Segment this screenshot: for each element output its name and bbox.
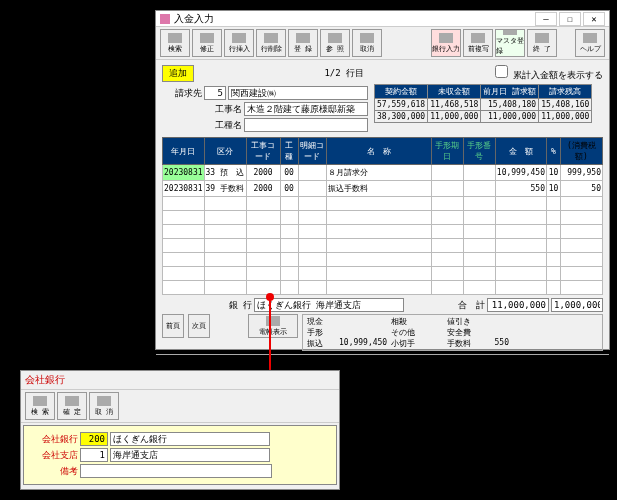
popup-search-button[interactable]: 検 索 — [25, 392, 55, 420]
table-row[interactable] — [163, 239, 603, 253]
table-row[interactable]: 2023083133 預 込200000８月請求分10,999,45010999… — [163, 165, 603, 181]
table-row[interactable] — [163, 281, 603, 295]
branch-name-input[interactable] — [110, 448, 270, 462]
table-row[interactable]: 2023083139 手数料200000振込手数料5501050 — [163, 181, 603, 197]
bank-code-label: 会社銀行 — [28, 433, 78, 446]
prev-page-button[interactable]: 前頁 — [162, 314, 184, 338]
branch-code-label: 会社支店 — [28, 449, 78, 462]
insert-icon — [232, 33, 246, 43]
cumulative-check[interactable]: 累計入金額を表示する — [495, 65, 603, 82]
callout-line — [269, 300, 271, 372]
table-row[interactable] — [163, 211, 603, 225]
search-icon — [168, 33, 182, 43]
next-page-button[interactable]: 次頁 — [188, 314, 210, 338]
remark-label: 備考 — [28, 465, 78, 478]
titlebar: 入金入力 — ☐ ✕ — [156, 11, 609, 27]
ref-icon — [328, 33, 342, 43]
row-counter: 1/2 行目 — [196, 67, 493, 80]
help-icon — [583, 33, 597, 43]
remark-input[interactable] — [80, 464, 272, 478]
summary-table: 契約金額未収金額前月日 請求額請求残高 57,559,61811,468,518… — [374, 84, 592, 123]
total-label: 合 計 — [458, 299, 485, 312]
cancel-icon — [360, 33, 374, 43]
exit-button[interactable]: 終 了 — [527, 29, 557, 57]
master-icon — [503, 30, 517, 35]
main-window: 入金入力 — ☐ ✕ 検索 修正 行挿入 行削除 登 録 参 照 取消 銀行入力… — [155, 10, 610, 350]
max-button[interactable]: ☐ — [559, 12, 581, 26]
bank-label: 銀 行 — [162, 299, 252, 312]
delete-icon — [264, 33, 278, 43]
customer-label: 請求先 — [162, 87, 202, 100]
table-row[interactable] — [163, 267, 603, 281]
kind-name[interactable] — [244, 118, 368, 132]
app-icon — [160, 14, 170, 24]
work-label: 工事名 — [162, 103, 242, 116]
popup-title: 会社銀行 — [21, 371, 339, 389]
toolbar: 検索 修正 行挿入 行削除 登 録 参 照 取消 銀行入力 前複写 マスタ登録 … — [156, 27, 609, 60]
bank-input-button[interactable]: 銀行入力 — [431, 29, 461, 57]
table-row[interactable] — [163, 197, 603, 211]
register-button[interactable]: 登 録 — [288, 29, 318, 57]
reference-button[interactable]: 参 照 — [320, 29, 350, 57]
denpyo-button[interactable]: 電帳表示 — [248, 314, 298, 338]
total-amount — [487, 298, 549, 312]
window-title: 入金入力 — [174, 12, 214, 26]
popup-window: 会社銀行 検 索 確 定 取 消 会社銀行 会社支店 備考 — [20, 370, 340, 490]
breakdown-panel: 現金相殺値引き 手形その他安全費 振込10,999,450小切手手数料550 — [302, 314, 603, 351]
confirm-icon — [65, 396, 79, 406]
table-row[interactable] — [163, 225, 603, 239]
edit-button[interactable]: 修正 — [192, 29, 222, 57]
branch-code-input[interactable] — [80, 448, 108, 462]
edit-icon — [200, 33, 214, 43]
popup-cancel-button[interactable]: 取 消 — [89, 392, 119, 420]
mode-tag: 追加 — [162, 65, 194, 82]
bank-field[interactable] — [254, 298, 404, 312]
insert-row-button[interactable]: 行挿入 — [224, 29, 254, 57]
search-icon — [33, 396, 47, 406]
kind-label: 工種名 — [162, 119, 242, 132]
prev-copy-button[interactable]: 前複写 — [463, 29, 493, 57]
cancel-icon — [97, 396, 111, 406]
customer-name[interactable] — [228, 86, 368, 100]
table-row[interactable] — [163, 253, 603, 267]
save-icon — [296, 33, 310, 43]
bank-code-input[interactable] — [80, 432, 108, 446]
min-button[interactable]: — — [535, 12, 557, 26]
bank-icon — [439, 33, 453, 43]
delete-row-button[interactable]: 行削除 — [256, 29, 286, 57]
exit-icon — [535, 33, 549, 43]
bank-name-input[interactable] — [110, 432, 270, 446]
data-grid[interactable]: 年月日区分 工事コード工種 明細コード名 称 手形期日手形番号 金 額% (消費… — [162, 137, 603, 295]
popup-confirm-button[interactable]: 確 定 — [57, 392, 87, 420]
customer-code[interactable] — [204, 86, 226, 100]
close-button[interactable]: ✕ — [583, 12, 605, 26]
search-button[interactable]: 検索 — [160, 29, 190, 57]
master-button[interactable]: マスタ登録 — [495, 29, 525, 57]
help-button[interactable]: ヘルプ — [575, 29, 605, 57]
work-name[interactable] — [244, 102, 368, 116]
copy-icon — [471, 33, 485, 43]
total-tax — [551, 298, 603, 312]
cancel-button[interactable]: 取消 — [352, 29, 382, 57]
